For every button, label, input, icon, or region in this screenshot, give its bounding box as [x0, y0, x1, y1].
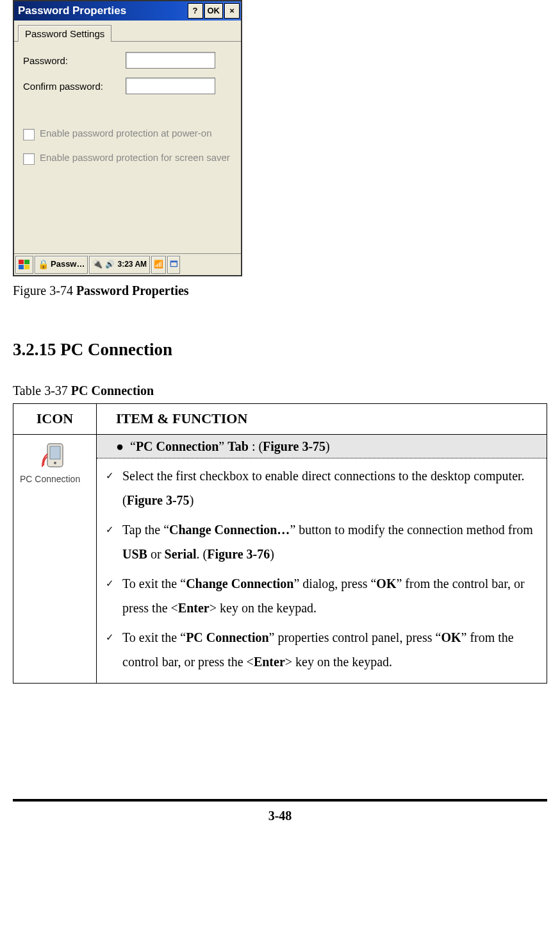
- checkbox-poweron-label: Enable password protection at power-on: [40, 128, 212, 139]
- tab-strip: Password Settings: [14, 21, 241, 42]
- header-item: ITEM & FUNCTION: [97, 403, 547, 434]
- desktop-icon: 🗔: [170, 259, 177, 270]
- checkbox-poweron[interactable]: [23, 129, 35, 140]
- svg-rect-3: [24, 265, 29, 269]
- lock-icon: 🔒: [38, 258, 49, 271]
- pc-connection-icon: [41, 441, 69, 472]
- taskbar-app-button[interactable]: 🔒 Passw…: [35, 256, 88, 274]
- instruction-list: ✓Select the first checkbox to enable dir…: [103, 464, 540, 674]
- tray-icon-2[interactable]: 🗔: [167, 256, 180, 274]
- table-caption: Table 3-37 PC Connection: [13, 382, 547, 399]
- icon-cell: PC Connection: [13, 434, 97, 683]
- item-cell: ●“PC Connection” Tab : (Figure 3-75) ✓Se…: [97, 434, 547, 683]
- dialog-body: Password: Confirm password: Enable passw…: [14, 42, 241, 253]
- taskbar: 🔒 Passw… 🔌 🔊 3:23 AM 📶 🗔: [14, 253, 241, 275]
- svg-rect-1: [24, 260, 29, 264]
- figure-caption: Figure 3-74 Password Properties: [13, 281, 547, 299]
- checkbox-row-screensaver: Enable password protection for screen sa…: [23, 152, 232, 165]
- svg-point-6: [54, 462, 56, 464]
- figure-caption-bold: Password Properties: [76, 283, 189, 298]
- ok-button[interactable]: OK: [204, 3, 224, 19]
- checkbox-screensaver-label: Enable password protection for screen sa…: [40, 152, 230, 164]
- icon-label: PC Connection: [20, 473, 90, 486]
- close-button[interactable]: ×: [224, 3, 240, 19]
- start-button[interactable]: [15, 256, 33, 274]
- checkbox-row-poweron: Enable password protection at power-on: [23, 128, 232, 140]
- dialog-title: Password Properties: [18, 3, 188, 19]
- check-icon: ✓: [106, 628, 122, 647]
- check-icon: ✓: [106, 521, 122, 539]
- list-item: ✓To exit the “Change Connection” dialog,…: [122, 571, 540, 620]
- page-number: 3-48: [268, 809, 292, 823]
- list-item: ✓Tap the “Change Connection…” button to …: [122, 517, 540, 566]
- figure-caption-prefix: Figure 3-74: [13, 283, 76, 298]
- section-heading: 3.2.15 PC Connection: [13, 338, 547, 362]
- tray-icon-1[interactable]: 📶: [151, 256, 166, 274]
- table-header-row: ICON ITEM & FUNCTION: [13, 403, 547, 434]
- list-item: ✓Select the first checkbox to enable dir…: [122, 464, 540, 512]
- svg-rect-5: [50, 446, 60, 459]
- system-tray: 🔌 🔊 3:23 AM: [89, 256, 150, 274]
- volume-icon[interactable]: 🔊: [105, 259, 115, 270]
- network-icon[interactable]: 🔌: [92, 258, 103, 270]
- password-input[interactable]: [126, 52, 215, 69]
- tab-password-settings[interactable]: Password Settings: [18, 25, 111, 42]
- confirm-password-input[interactable]: [126, 78, 215, 94]
- status-icon: 📶: [154, 259, 163, 270]
- check-icon: ✓: [106, 467, 122, 485]
- confirm-password-label: Confirm password:: [23, 80, 126, 93]
- table-row: PC Connection ●“PC Connection” Tab : (Fi…: [13, 434, 547, 683]
- svg-rect-2: [19, 265, 24, 269]
- tab-heading-row: ●“PC Connection” Tab : (Figure 3-75): [97, 435, 547, 458]
- clock: 3:23 AM: [117, 259, 147, 270]
- table-caption-bold: PC Connection: [71, 383, 154, 398]
- password-properties-dialog: Password Properties ? OK × Password Sett…: [13, 0, 242, 276]
- page-footer: 3-48: [13, 799, 547, 825]
- list-item: ✓To exit the “PC Connection” properties …: [122, 625, 540, 674]
- table-caption-prefix: Table 3-37: [13, 383, 71, 398]
- checkbox-screensaver[interactable]: [23, 153, 35, 165]
- function-table: ICON ITEM & FUNCTION PC Connection ●“PC …: [13, 403, 547, 684]
- check-icon: ✓: [106, 575, 122, 593]
- header-icon: ICON: [13, 403, 97, 434]
- taskbar-app-label: Passw…: [51, 258, 85, 270]
- help-button[interactable]: ?: [188, 3, 203, 19]
- svg-rect-0: [19, 260, 24, 264]
- password-label: Password:: [23, 54, 126, 67]
- dialog-titlebar: Password Properties ? OK ×: [14, 1, 241, 21]
- bullet-icon: ●: [116, 437, 130, 455]
- windows-flag-icon: [19, 260, 30, 270]
